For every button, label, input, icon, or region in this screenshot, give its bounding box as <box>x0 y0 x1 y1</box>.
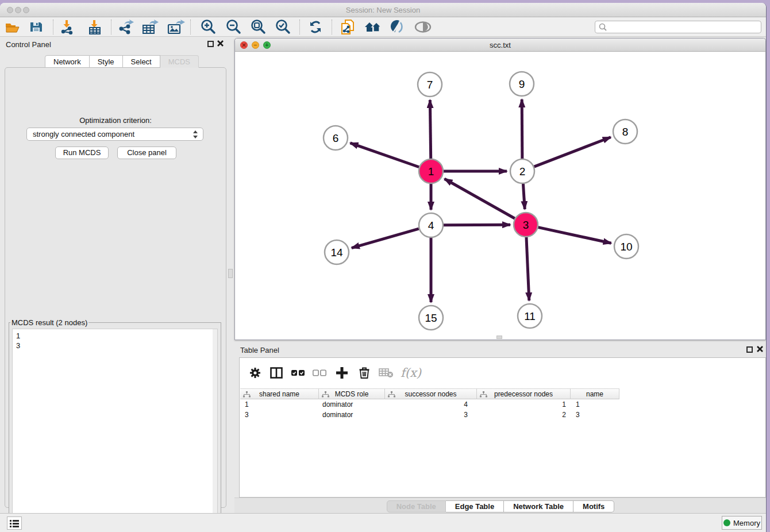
control-panel-header: Control Panel <box>0 37 231 52</box>
network-canvas[interactable]: 7968124314101511 <box>235 52 765 340</box>
close-panel-icon[interactable] <box>756 345 764 353</box>
select-columns-icon[interactable] <box>268 364 285 381</box>
table-panel: Table Panel <box>234 342 767 513</box>
tab-select[interactable]: Select <box>123 55 160 68</box>
graphics-details-icon[interactable] <box>388 18 407 36</box>
add-column-icon[interactable] <box>333 364 351 381</box>
import-network-icon[interactable] <box>58 18 78 36</box>
column-header-name[interactable]: name <box>571 388 619 399</box>
task-history-button[interactable] <box>7 516 22 530</box>
toolbar-separator <box>332 20 332 34</box>
clone-network-icon[interactable] <box>338 18 357 36</box>
cell-name[interactable]: 1 <box>571 399 619 410</box>
cell-successor-nodes[interactable]: 3 <box>385 410 477 420</box>
cell-successor-nodes[interactable]: 4 <box>385 399 477 410</box>
search-input[interactable] <box>607 22 761 32</box>
graph-node-label-8: 8 <box>622 126 629 138</box>
select-all-checkboxes-icon[interactable] <box>290 364 307 381</box>
zoom-selected-icon[interactable] <box>273 18 292 36</box>
app-window: Session: New Session <box>0 3 767 532</box>
graph-node-label-4: 4 <box>428 219 434 232</box>
network-graph[interactable]: 7968124314101511 <box>235 52 765 340</box>
dropdown-stepper-icon <box>192 130 198 139</box>
toolbar-separator <box>190 20 191 34</box>
cell-shared-name[interactable]: 3 <box>240 410 319 420</box>
main-titlebar: Session: New Session <box>0 3 766 17</box>
desktop: Session: New Session <box>0 0 770 532</box>
graph-edge-2-9[interactable] <box>522 99 522 159</box>
float-panel-icon[interactable] <box>746 346 753 353</box>
memory-button[interactable]: Memory <box>722 516 762 530</box>
open-session-icon[interactable] <box>3 18 22 36</box>
cell-mcds-role[interactable]: dominator <box>319 410 385 420</box>
graph-edge-2-3[interactable] <box>523 184 525 209</box>
table-toolbar: f(x) <box>240 358 765 388</box>
tab-network[interactable]: Network <box>45 55 90 68</box>
graph-edge-1-6[interactable] <box>350 143 419 167</box>
tree-icon <box>388 391 395 398</box>
graph-edge-3-1[interactable] <box>445 179 515 218</box>
graph-edge-4-3[interactable] <box>444 225 510 225</box>
cell-shared-name[interactable]: 1 <box>240 399 319 410</box>
column-header-shared-name[interactable]: shared name <box>240 388 319 399</box>
tab-mcds[interactable]: MCDS <box>160 55 199 68</box>
export-network-icon[interactable] <box>116 18 136 36</box>
zoom-out-icon[interactable] <box>224 18 243 36</box>
graph-node-label-11: 11 <box>524 310 536 322</box>
cell-mcds-role[interactable]: dominator <box>319 399 385 410</box>
hide-details-icon[interactable] <box>413 18 433 36</box>
first-neighbors-icon[interactable] <box>363 18 383 36</box>
tab-style[interactable]: Style <box>90 55 123 68</box>
import-table-icon[interactable] <box>86 18 105 36</box>
graph-edge-3-10[interactable] <box>538 228 611 244</box>
cell-name[interactable]: 3 <box>571 410 619 420</box>
tab-motifs[interactable]: Motifs <box>573 500 614 512</box>
mcds-result-list[interactable]: 1 3 <box>12 329 218 532</box>
graph-edge-4-14[interactable] <box>352 229 419 248</box>
memory-label: Memory <box>733 519 760 527</box>
optimization-criterion-select[interactable]: strongly connected component <box>26 128 203 141</box>
table-settings-gear-icon[interactable] <box>247 364 264 381</box>
network-window-titlebar[interactable]: ✕ − + scc.txt <box>235 38 765 52</box>
graph-edge-2-8[interactable] <box>534 137 611 167</box>
function-builder-icon-disabled: f(x) <box>399 364 422 381</box>
panel-divider-grip[interactable] <box>228 269 233 278</box>
zoom-in-icon[interactable] <box>198 18 218 36</box>
table-panel-tabs: Node Table Edge Table Network Table Moti… <box>234 498 767 513</box>
tab-edge-table[interactable]: Edge Table <box>446 500 504 512</box>
run-mcds-button[interactable]: Run MCDS <box>55 147 109 159</box>
zoom-fit-icon[interactable] <box>248 18 268 36</box>
column-header-predecessor-nodes[interactable]: predecessor nodes <box>477 388 571 399</box>
cell-predecessor-nodes[interactable]: 1 <box>477 399 571 410</box>
column-header-successor-nodes[interactable]: successor nodes <box>385 388 477 399</box>
export-image-icon[interactable] <box>166 18 186 36</box>
refresh-icon[interactable] <box>306 18 325 36</box>
close-panel-button[interactable]: Close panel <box>117 147 176 159</box>
network-resize-grip[interactable] <box>496 336 502 339</box>
graph-node-label-3: 3 <box>523 219 529 231</box>
mcds-result-line: 1 <box>16 331 217 341</box>
tab-node-table[interactable]: Node Table <box>387 500 446 512</box>
memory-status-icon <box>723 519 730 526</box>
deselect-all-checkboxes-icon[interactable] <box>311 364 328 381</box>
table-row[interactable]: 1 dominator 4 1 1 <box>240 399 619 410</box>
tab-network-table[interactable]: Network Table <box>504 500 573 512</box>
table-row[interactable]: 3 dominator 3 2 3 <box>240 410 619 420</box>
graph-edge-1-7[interactable] <box>430 100 430 159</box>
column-header-mcds-role[interactable]: MCDS role <box>319 388 385 399</box>
network-window: ✕ − + scc.txt 7968124314101511 <box>234 38 766 340</box>
graph-node-label-15: 15 <box>425 312 437 324</box>
save-session-icon[interactable] <box>26 18 46 36</box>
result-scrollbar[interactable] <box>213 329 217 532</box>
graph-node-label-9: 9 <box>519 78 525 90</box>
toolbar-separator <box>299 20 300 34</box>
float-panel-icon[interactable] <box>207 41 214 47</box>
graph-edge-3-11[interactable] <box>526 237 529 300</box>
export-table-icon[interactable] <box>141 18 160 36</box>
main-toolbar <box>0 17 766 37</box>
graph-node-label-2: 2 <box>519 165 526 178</box>
delete-column-trash-icon[interactable] <box>356 364 373 381</box>
cell-predecessor-nodes[interactable]: 2 <box>477 410 571 420</box>
close-panel-icon[interactable] <box>217 40 225 48</box>
search-box[interactable] <box>595 21 761 33</box>
